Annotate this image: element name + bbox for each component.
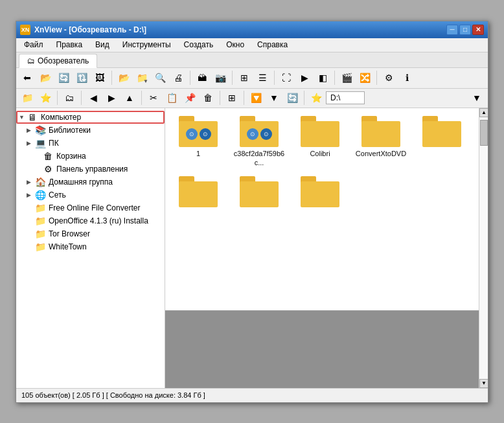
sidebar-label-network: Сеть bbox=[49, 190, 66, 200]
tool-camera[interactable]: 📷 bbox=[212, 69, 229, 86]
tool-compare[interactable]: ◧ bbox=[314, 69, 331, 86]
sidebar-item-whitetown[interactable]: 📁 WhiteTown bbox=[16, 240, 165, 253]
home-icon: 🏠 bbox=[34, 177, 46, 187]
maximize-button[interactable]: □ bbox=[459, 25, 471, 35]
menu-tools[interactable]: Инструменты bbox=[117, 39, 176, 51]
tool-refresh2[interactable]: 🔃 bbox=[73, 69, 90, 86]
nav-delete[interactable]: 🗑 bbox=[200, 89, 216, 106]
tool-folder[interactable]: 📂 bbox=[37, 69, 54, 86]
sidebar-item-freeonline[interactable]: 📁 Free Online File Converter bbox=[16, 201, 165, 214]
file-item-6[interactable] bbox=[169, 172, 227, 212]
sidebar-label-pc: ПК bbox=[49, 139, 59, 148]
sidebar-item-openoffice[interactable]: 📁 OpenOffice 4.1.3 (ru) Installa bbox=[16, 214, 165, 227]
file-item-1[interactable]: ⊙ ⊙ 1 bbox=[169, 112, 227, 170]
pc-icon: 💻 bbox=[34, 138, 46, 148]
nav-copy[interactable]: 📋 bbox=[163, 89, 180, 106]
toolbar-sep3 bbox=[232, 71, 233, 85]
toolbar-sep5 bbox=[334, 71, 335, 85]
tool-back[interactable]: ⬅ bbox=[19, 69, 36, 86]
nav-up[interactable]: ▲ bbox=[121, 89, 138, 106]
minimize-button[interactable]: ─ bbox=[446, 25, 458, 35]
menu-create[interactable]: Создать bbox=[179, 39, 219, 51]
scroll-track[interactable] bbox=[479, 117, 488, 379]
tool-convert[interactable]: 🔀 bbox=[356, 69, 373, 86]
tool-img1[interactable]: 🖼 bbox=[91, 69, 108, 86]
menu-window[interactable]: Окно bbox=[221, 39, 249, 51]
nav-sep4 bbox=[220, 91, 220, 105]
sidebar-item-libraries[interactable]: ▶ 📚 Библиотеки bbox=[16, 124, 165, 137]
file-item-8[interactable] bbox=[291, 172, 349, 212]
folder-icon-5 bbox=[422, 116, 461, 147]
tool-film[interactable]: 🎬 bbox=[338, 69, 355, 86]
tab-browser[interactable]: 🗂 Обозреватель bbox=[19, 54, 97, 68]
title-bar: XN XnView - [Обозреватель - D:\] ─ □ ✕ bbox=[16, 21, 488, 38]
cp-icon: ⚙ bbox=[42, 164, 54, 174]
tool-open[interactable]: 📂 bbox=[115, 69, 132, 86]
wt-icon: 📁 bbox=[34, 242, 46, 252]
tool-fullscreen[interactable]: ⛶ bbox=[278, 69, 295, 86]
sidebar-item-network[interactable]: ▶ 🌐 Сеть bbox=[16, 189, 165, 201]
tool-search[interactable]: 🔍 bbox=[152, 69, 168, 86]
addr-dropdown[interactable]: ▼ bbox=[468, 89, 485, 106]
toolbar-sep1 bbox=[111, 71, 112, 85]
right-scrollbar: ▲ ▼ bbox=[479, 108, 488, 388]
sidebar-label-freeonline: Free Online File Converter bbox=[49, 203, 140, 212]
nav-sep3 bbox=[141, 91, 142, 105]
sidebar-item-trash[interactable]: 🗑 Корзина bbox=[16, 150, 165, 163]
sidebar-label-homegroup: Домашняя группа bbox=[49, 177, 113, 187]
sidebar-item-homegroup[interactable]: ▶ 🏠 Домашняя группа bbox=[16, 176, 165, 189]
nav-back[interactable]: ◀ bbox=[85, 89, 102, 106]
address-input[interactable] bbox=[326, 91, 365, 104]
tool-img2[interactable]: 🏔 bbox=[194, 69, 211, 86]
sidebar-item-computer[interactable]: ▼ 🖥 Компьютер bbox=[16, 111, 165, 124]
tab-bar: 🗂 Обозреватель bbox=[16, 52, 488, 68]
nav-tree-btn[interactable]: 🗂 bbox=[61, 89, 78, 106]
tool-open2[interactable]: 📁▼ bbox=[133, 69, 150, 86]
tor-icon: 📁 bbox=[34, 229, 46, 239]
file-area: ⊙ ⊙ 1 ⊙ ⊙ c38cf2da7f59b6c. bbox=[165, 108, 479, 388]
scroll-up-btn[interactable]: ▲ bbox=[479, 108, 488, 117]
menu-edit[interactable]: Правка bbox=[51, 39, 88, 51]
nav-forward[interactable]: ▶ bbox=[103, 89, 120, 106]
menu-view[interactable]: Вид bbox=[90, 39, 115, 51]
sidebar-item-torbrowser[interactable]: 📁 Tor Browser bbox=[16, 227, 165, 240]
tool-info[interactable]: ℹ bbox=[398, 69, 415, 86]
tool-print[interactable]: 🖨 bbox=[170, 69, 187, 86]
file-item-5[interactable] bbox=[413, 112, 471, 170]
file-item-4[interactable]: ConvertXtoDVD bbox=[352, 112, 410, 170]
nav-cut[interactable]: ✂ bbox=[145, 89, 162, 106]
nav-star-btn[interactable]: ⭐ bbox=[37, 89, 54, 106]
tool-refresh1[interactable]: 🔄 bbox=[55, 69, 72, 86]
nav-fav[interactable]: ⭐ bbox=[308, 89, 325, 106]
tool-grid[interactable]: ⊞ bbox=[236, 69, 253, 86]
toolbar-sep6 bbox=[376, 71, 377, 85]
file-label-3: Colibri bbox=[310, 149, 330, 158]
file-item-2[interactable]: ⊙ ⊙ c38cf2da7f59b6c... bbox=[230, 112, 288, 170]
tool-settings[interactable]: ⚙ bbox=[380, 69, 397, 86]
nav-sort[interactable]: 🔽 bbox=[247, 89, 264, 106]
oo-icon: 📁 bbox=[34, 216, 46, 226]
close-button[interactable]: ✕ bbox=[472, 25, 484, 35]
scroll-down-btn[interactable]: ▼ bbox=[479, 379, 488, 388]
scroll-thumb[interactable] bbox=[480, 120, 488, 146]
file-grid: ⊙ ⊙ 1 ⊙ ⊙ c38cf2da7f59b6c. bbox=[165, 108, 479, 310]
nav-sep1 bbox=[57, 91, 58, 105]
sidebar-item-controlpanel[interactable]: ⚙ Панель управления bbox=[16, 163, 165, 176]
menu-file[interactable]: Файл bbox=[19, 39, 49, 51]
nav-paste[interactable]: 📌 bbox=[181, 89, 198, 106]
tool-slide[interactable]: ▶ bbox=[296, 69, 313, 86]
window-title: XnView - [Обозреватель - D:\] bbox=[34, 25, 446, 34]
file-item-7[interactable] bbox=[230, 172, 288, 212]
nav-refresh[interactable]: 🔄 bbox=[284, 89, 301, 106]
sidebar-item-pc[interactable]: ▶ 💻 ПК bbox=[16, 137, 165, 150]
nav-filter[interactable]: ▼ bbox=[266, 89, 282, 106]
menu-help[interactable]: Справка bbox=[252, 39, 293, 51]
file-item-3[interactable]: Colibri bbox=[291, 112, 349, 170]
nav-folder-btn[interactable]: 📁 bbox=[19, 89, 36, 106]
sidebar: ▼ 🖥 Компьютер ▶ 📚 Библиотеки ▶ 💻 ПК 🗑 Ко… bbox=[16, 108, 165, 388]
folder-icon-2: ⊙ ⊙ bbox=[240, 116, 279, 147]
status-text: 105 объект(ов) [ 2.05 Гб ] [ Свободно на… bbox=[21, 391, 205, 399]
nav-toolbar: 📁 ⭐ 🗂 ◀ ▶ ▲ ✂ 📋 📌 🗑 ⊞ 🔽 ▼ 🔄 ⭐ ▼ bbox=[16, 89, 488, 108]
nav-grid-mode[interactable]: ⊞ bbox=[223, 89, 240, 106]
tool-list[interactable]: ☰ bbox=[254, 69, 271, 86]
